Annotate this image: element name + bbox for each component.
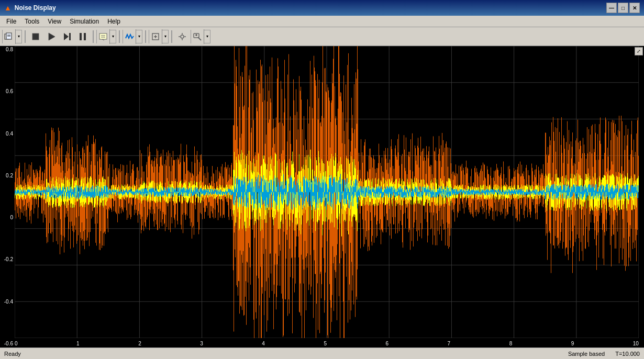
signal-icon [125, 32, 134, 41]
x-label-6: 6 [385, 341, 388, 346]
pause-icon [78, 32, 87, 41]
close-button[interactable]: ✕ [629, 3, 640, 13]
pause-button[interactable] [75, 29, 90, 44]
y-label-0: 0 [0, 215, 15, 220]
x-label-5: 5 [324, 341, 327, 346]
x-label-0: 0 [15, 341, 18, 346]
minimize-button[interactable]: — [606, 3, 617, 13]
params-icon [177, 32, 187, 41]
y-label-neg02: -0.2 [0, 257, 15, 262]
play-button[interactable] [44, 29, 59, 44]
zoom-icon [193, 32, 202, 41]
x-label-4: 4 [262, 341, 265, 346]
expand-button[interactable]: ⤢ [635, 47, 643, 55]
chart-wrapper: ⤢ 0.8 0.6 0.4 0.2 0 -0.2 -0.4 -0.6 0 1 2… [0, 46, 644, 347]
fit-view-dropdown[interactable]: ▾ [162, 29, 168, 44]
chart-area: ⤢ 0.8 0.6 0.4 0.2 0 -0.2 -0.4 -0.6 0 1 2… [0, 46, 644, 347]
svg-rect-4 [32, 33, 39, 40]
library-icon [98, 32, 108, 41]
x-label-8: 8 [509, 341, 513, 346]
y-label-02: 0.2 [0, 173, 15, 178]
signal-dropdown[interactable]: ▾ [136, 29, 142, 44]
svg-rect-8 [80, 33, 82, 40]
svg-line-25 [198, 37, 201, 40]
open-model-dropdown[interactable]: ▾ [15, 29, 21, 44]
window-title: Noise Display [15, 4, 56, 12]
fit-icon [151, 32, 160, 41]
library-dropdown[interactable]: ▾ [109, 29, 116, 44]
svg-point-17 [181, 35, 184, 38]
svg-rect-10 [99, 33, 107, 39]
menu-file[interactable]: File [2, 17, 20, 26]
separator-4 [145, 30, 146, 43]
separator-3 [119, 30, 120, 43]
status-bar: Ready Sample based T=10.000 [0, 347, 644, 359]
x-label-7: 7 [448, 341, 451, 346]
status-text: Ready [4, 351, 21, 357]
step-icon [62, 32, 72, 41]
toolbar: ▾ [0, 27, 644, 46]
x-axis: 0 1 2 3 4 5 6 7 8 9 10 [15, 341, 639, 346]
library-button[interactable] [97, 29, 109, 44]
menu-help[interactable]: Help [103, 17, 125, 26]
y-label-06: 0.6 [0, 89, 15, 94]
zoom-dropdown[interactable]: ▾ [204, 29, 210, 44]
x-label-3: 3 [200, 341, 203, 346]
x-label-9: 9 [571, 341, 574, 346]
menu-simulation[interactable]: Simulation [65, 17, 103, 26]
y-label-neg04: -0.4 [0, 299, 15, 305]
menu-bar: File Tools View Simulation Help [0, 16, 644, 27]
svg-marker-6 [64, 33, 69, 40]
app-icon: ▲ [4, 4, 12, 12]
svg-rect-7 [69, 33, 71, 40]
svg-marker-5 [49, 33, 55, 40]
x-label-2: 2 [138, 341, 141, 346]
zoom-button[interactable] [191, 29, 204, 44]
waveform-canvas [15, 46, 639, 338]
step-button[interactable] [60, 29, 74, 44]
y-axis: 0.8 0.6 0.4 0.2 0 -0.2 -0.4 -0.6 [0, 46, 15, 347]
open-model-button[interactable] [3, 29, 15, 44]
svg-rect-9 [84, 33, 86, 40]
fit-view-button[interactable] [149, 29, 162, 44]
stop-icon [31, 32, 40, 41]
stop-button[interactable] [28, 29, 43, 44]
maximize-button[interactable]: □ [618, 3, 628, 13]
x-label-1: 1 [76, 341, 80, 346]
y-label-04: 0.4 [0, 131, 15, 137]
title-bar: ▲ Noise Display — □ ✕ [0, 0, 644, 16]
signal-button[interactable] [123, 29, 136, 44]
params-button[interactable] [175, 29, 190, 44]
menu-view[interactable]: View [43, 17, 65, 26]
separator-2 [93, 30, 94, 43]
y-label-08: 0.8 [0, 47, 15, 52]
separator-5 [171, 30, 172, 43]
menu-tools[interactable]: Tools [20, 17, 43, 26]
x-label-10: 10 [633, 341, 639, 346]
separator-1 [25, 30, 26, 43]
open-icon [4, 32, 14, 41]
y-label-neg06: -0.6 [0, 341, 15, 346]
time-display: T=10.000 [615, 351, 640, 357]
sample-info: Sample based [568, 351, 605, 357]
play-icon [47, 32, 56, 41]
